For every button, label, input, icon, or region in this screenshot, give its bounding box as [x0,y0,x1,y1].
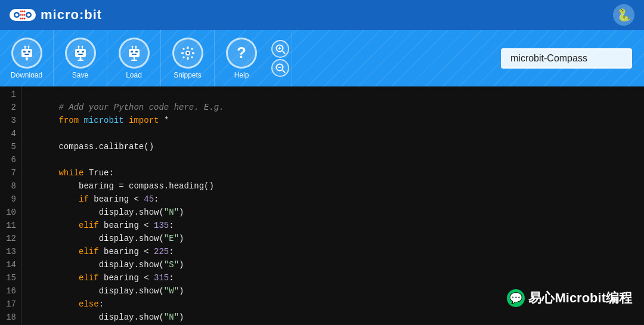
line-num-14: 14 [0,258,21,271]
code-line-6: while True: [29,153,644,166]
line-num-5: 5 [0,140,21,153]
logo-area: micro:bit [10,7,102,23]
svg-rect-24 [77,51,79,52]
microbit-logo-icon [10,7,36,23]
header-bar: micro:bit 🐍 [0,0,644,30]
svg-rect-14 [21,49,32,57]
line-num-16: 16 [0,284,21,298]
svg-point-13 [24,18,26,20]
svg-point-10 [24,14,26,16]
svg-rect-50 [190,47,193,49]
download-button[interactable]: Download [0,30,54,86]
load-label: Load [126,71,142,79]
svg-point-8 [20,14,22,16]
line-num-1: 1 [0,88,21,101]
svg-rect-25 [82,51,84,52]
svg-rect-15 [23,51,26,52]
help-button[interactable]: ? Help [215,30,268,86]
save-label: Save [72,71,88,79]
svg-rect-41 [134,57,135,60]
snippets-button[interactable]: Snippets [161,30,215,86]
svg-rect-22 [26,56,27,59]
line-num-13: 13 [0,245,21,258]
code-line-1: # Add your Python code here. E.g. [29,88,644,101]
snippets-label: Snippets [174,71,202,79]
filename-input[interactable] [501,48,632,69]
svg-point-12 [22,18,24,20]
svg-point-5 [20,11,22,13]
line-numbers: 1 2 3 4 5 6 7 8 9 10 11 12 13 14 15 16 1… [0,86,21,325]
zoom-area [268,30,292,86]
svg-rect-52 [190,55,193,58]
svg-rect-42 [131,60,137,61]
zoom-out-button[interactable] [271,59,289,77]
svg-point-6 [22,11,24,13]
save-icon [65,38,96,69]
code-line-4: compass.calibrate() [29,127,644,140]
svg-rect-45 [187,47,188,49]
line-num-11: 11 [0,219,21,232]
svg-rect-49 [182,47,184,49]
svg-point-9 [22,14,24,16]
svg-line-54 [283,51,285,54]
svg-rect-46 [187,57,188,60]
svg-point-4 [27,14,30,17]
line-num-18: 18 [0,311,21,324]
line-num-15: 15 [0,271,21,284]
line-num-12: 12 [0,232,21,245]
snippets-icon [172,38,203,69]
code-line-7: bearing = compass.heading() [29,166,644,179]
svg-point-21 [27,45,29,47]
help-label: Help [234,71,249,79]
line-num-8: 8 [0,179,21,193]
svg-point-29 [78,45,79,47]
svg-point-7 [24,11,26,13]
logo-text: micro:bit [41,7,102,23]
code-line-17: display.show("N") [29,298,644,311]
svg-point-39 [131,45,133,47]
svg-rect-47 [181,52,184,54]
help-icon: ? [226,38,257,69]
code-content[interactable]: # Add your Python code here. E.g. from m… [21,86,644,325]
download-label: Download [11,71,42,79]
svg-point-3 [16,14,18,17]
line-num-10: 10 [0,206,21,219]
svg-rect-34 [131,51,133,52]
svg-point-20 [24,45,26,47]
line-num-4: 4 [0,127,21,140]
svg-rect-31 [80,55,81,58]
load-button[interactable]: Load [107,30,161,86]
svg-point-30 [81,45,83,47]
line-num-6: 6 [0,153,21,166]
code-editor: 1 2 3 4 5 6 7 8 9 10 11 12 13 14 15 16 1… [0,86,644,325]
svg-point-11 [20,18,22,20]
line-num-2: 2 [0,101,21,114]
line-num-3: 3 [0,114,21,127]
line-num-9: 9 [0,193,21,206]
svg-rect-48 [192,52,194,54]
svg-rect-32 [78,60,83,61]
svg-point-44 [187,52,189,54]
line-num-7: 7 [0,166,21,179]
svg-line-58 [283,70,285,73]
load-icon [119,38,150,69]
svg-rect-17 [24,54,29,55]
python-icon: 🐍 [613,4,634,26]
line-num-17: 17 [0,298,21,311]
toolbar: Download Save [0,30,644,86]
svg-rect-16 [28,51,30,52]
svg-rect-26 [78,54,83,55]
zoom-in-button[interactable] [271,40,289,58]
save-button[interactable]: Save [54,30,107,86]
download-icon [11,38,42,69]
toolbar-right [292,30,644,86]
svg-rect-51 [182,55,184,58]
svg-point-40 [135,45,137,47]
svg-rect-35 [135,51,138,52]
